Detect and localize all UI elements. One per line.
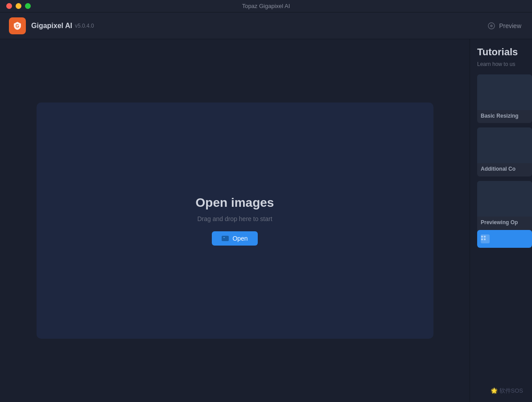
watermark-icon: 🌟 (491, 387, 498, 394)
svg-rect-5 (481, 236, 483, 238)
close-button[interactable] (6, 3, 12, 9)
tutorials-title: Tutorials (477, 46, 532, 58)
preview-label: Preview (499, 22, 521, 29)
tutorial-label-3: Previewing Op (477, 217, 532, 230)
preview-button[interactable]: Preview (487, 22, 521, 30)
tutorial-label-2: Additional Co (477, 163, 532, 176)
svg-rect-6 (484, 236, 486, 238)
watermark-text: 软件SOS (499, 387, 523, 394)
right-sidebar: Tutorials Learn how to us Basic Resizing… (470, 39, 532, 402)
window-title: Topaz Gigapixel AI (242, 3, 290, 9)
main-layout: Open images Drag and drop here to start … (0, 39, 532, 402)
tutorial-action-icon (481, 234, 490, 243)
svg-rect-4 (223, 237, 225, 238)
tutorial-card-3[interactable]: Previewing Op (477, 181, 532, 248)
app-version: v5.0.4.0 (75, 23, 94, 29)
open-icon (222, 236, 229, 241)
window-controls[interactable] (6, 3, 31, 9)
drop-zone-subtitle: Drag and drop here to start (197, 215, 272, 222)
tutorial-card-1[interactable]: Basic Resizing (477, 74, 532, 123)
tutorial-thumb-1 (477, 74, 532, 110)
app-logo: G (9, 17, 26, 34)
title-bar: Topaz Gigapixel AI (0, 0, 532, 12)
svg-rect-8 (484, 238, 486, 240)
app-name: Gigapixel AI (31, 22, 72, 30)
open-button-label: Open (232, 235, 247, 242)
minimize-button[interactable] (16, 3, 21, 9)
maximize-button[interactable] (25, 3, 31, 9)
open-button[interactable]: Open (212, 231, 257, 246)
tutorial-thumb-3 (477, 181, 532, 217)
tutorial-action-bar[interactable] (477, 230, 532, 248)
drop-zone[interactable]: Open images Drag and drop here to start … (37, 103, 433, 339)
watermark: 🌟 软件SOS (491, 387, 523, 395)
svg-text:G: G (16, 24, 19, 29)
svg-rect-7 (481, 238, 483, 240)
svg-point-2 (490, 25, 493, 27)
drop-zone-title: Open images (196, 196, 274, 210)
tutorial-label-1: Basic Resizing (477, 110, 532, 123)
center-area: Open images Drag and drop here to start … (0, 39, 470, 402)
app-header: G Gigapixel AI v5.0.4.0 Preview (0, 12, 532, 39)
tutorial-thumb-2 (477, 127, 532, 163)
tutorial-card-2[interactable]: Additional Co (477, 127, 532, 176)
tutorials-subtitle: Learn how to us (477, 61, 532, 68)
